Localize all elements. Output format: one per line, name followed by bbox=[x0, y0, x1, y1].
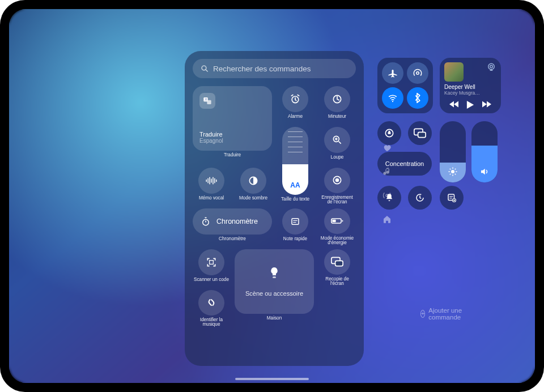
controls-gallery-panel: Rechercher des commandes 文 bbox=[185, 51, 364, 366]
magnifier-button[interactable] bbox=[324, 127, 350, 153]
translate-tile[interactable]: 文 Traduire Espagnol bbox=[193, 86, 272, 151]
rewind-icon[interactable] bbox=[449, 101, 458, 108]
svg-rect-30 bbox=[210, 261, 214, 265]
alarm-button[interactable] bbox=[282, 86, 308, 112]
note-plus-icon bbox=[447, 193, 457, 203]
translate-title: Traduire bbox=[199, 131, 223, 138]
svg-point-35 bbox=[392, 101, 393, 102]
orientation-lock-toggle[interactable] bbox=[377, 121, 401, 145]
voice-memo-button[interactable] bbox=[198, 168, 224, 194]
home-indicator[interactable] bbox=[235, 378, 309, 380]
quick-note-icon bbox=[290, 216, 300, 227]
quick-note-button[interactable] bbox=[282, 208, 308, 235]
brightness-icon bbox=[448, 167, 458, 177]
text-size-slider[interactable]: AA bbox=[282, 127, 308, 195]
screen-mirroring-button[interactable] bbox=[324, 249, 350, 275]
svg-point-41 bbox=[451, 170, 454, 173]
scan-code-button[interactable] bbox=[198, 249, 224, 275]
svg-rect-3 bbox=[207, 100, 211, 104]
airplay-icon[interactable] bbox=[486, 62, 496, 73]
stopwatch-label: Chronomètre bbox=[219, 237, 246, 242]
play-icon[interactable] bbox=[466, 101, 474, 109]
volume-icon bbox=[479, 167, 490, 177]
svg-line-1 bbox=[206, 70, 208, 72]
lightbulb-icon bbox=[269, 266, 280, 280]
home-label: Maison bbox=[267, 316, 282, 321]
voice-memo-icon bbox=[205, 177, 218, 185]
alarm-label: Alarme bbox=[288, 114, 303, 120]
shazam-label: Identifier la musique bbox=[193, 318, 230, 327]
forward-icon[interactable] bbox=[482, 101, 491, 108]
rail-music-icon[interactable] bbox=[382, 167, 392, 177]
airplane-icon bbox=[388, 68, 398, 78]
dark-mode-button[interactable] bbox=[240, 168, 266, 194]
translate-label: Traduire bbox=[224, 153, 241, 158]
screen-mirroring-icon bbox=[414, 128, 426, 138]
connectivity-module[interactable] bbox=[377, 58, 433, 113]
bluetooth-icon bbox=[414, 93, 422, 103]
now-playing-module[interactable]: Deeper Well Kacey Musgra… bbox=[440, 58, 501, 113]
screen-recording-button[interactable] bbox=[324, 168, 350, 193]
brightness-slider[interactable] bbox=[440, 121, 466, 182]
text-size-glyph: AA bbox=[290, 181, 300, 189]
track-title: Deeper Well bbox=[444, 84, 496, 90]
quick-note-label: Note rapide bbox=[283, 237, 307, 242]
home-scene-tile[interactable]: Scène ou accessoire bbox=[235, 249, 314, 314]
svg-line-46 bbox=[450, 169, 451, 170]
ipad-screen: Rechercher des commandes 文 bbox=[9, 9, 535, 383]
svg-rect-31 bbox=[273, 276, 276, 278]
low-power-label: Mode économie d'énergie bbox=[318, 236, 356, 246]
airplane-mode-toggle[interactable] bbox=[382, 62, 403, 84]
translate-icon: 文 bbox=[199, 93, 215, 109]
timer-label: Minuteur bbox=[328, 114, 346, 120]
add-command-label: Ajouter une commande bbox=[428, 307, 464, 321]
voice-memo-label: Mémo vocal bbox=[199, 196, 224, 201]
rail-home-icon[interactable] bbox=[382, 214, 392, 224]
svg-line-47 bbox=[455, 174, 456, 175]
airdrop-toggle[interactable] bbox=[407, 62, 428, 84]
svg-rect-24 bbox=[292, 219, 299, 225]
quick-note-shortcut[interactable] bbox=[440, 186, 464, 210]
magnifier-label: Loupe bbox=[331, 155, 344, 160]
magnifier-icon bbox=[332, 134, 343, 146]
wifi-toggle[interactable] bbox=[382, 87, 403, 109]
stopwatch-tile[interactable]: Chronomètre bbox=[193, 208, 272, 235]
screen-mirroring-toggle[interactable] bbox=[408, 121, 432, 145]
dark-mode-label: Mode sombre bbox=[239, 196, 267, 201]
svg-point-57 bbox=[386, 194, 388, 197]
translate-language: Espagnol bbox=[199, 138, 223, 144]
svg-rect-33 bbox=[335, 261, 343, 266]
home-scene-text: Scène ou accessoire bbox=[245, 290, 303, 297]
timer-button[interactable] bbox=[324, 86, 350, 112]
wifi-icon bbox=[388, 93, 398, 103]
stopwatch-inner-label: Chronomètre bbox=[216, 218, 258, 225]
shazam-button[interactable] bbox=[198, 290, 224, 316]
svg-rect-40 bbox=[418, 132, 426, 137]
timer-shortcut[interactable] bbox=[408, 186, 432, 210]
bluetooth-toggle[interactable] bbox=[407, 87, 428, 109]
svg-point-20 bbox=[335, 178, 339, 182]
search-field[interactable]: Rechercher des commandes bbox=[193, 59, 356, 78]
rail-connectivity-icon[interactable] bbox=[382, 190, 392, 201]
svg-line-49 bbox=[455, 169, 456, 170]
rotation-lock-icon bbox=[384, 127, 395, 139]
record-icon bbox=[332, 174, 343, 186]
qr-icon bbox=[206, 257, 217, 268]
low-power-button[interactable] bbox=[324, 208, 350, 234]
track-artist: Kacey Musgra… bbox=[444, 90, 496, 96]
stopwatch-icon bbox=[201, 216, 211, 227]
page-rail bbox=[381, 143, 393, 224]
add-command-button[interactable]: + Ajouter une commande bbox=[420, 307, 464, 321]
search-placeholder: Rechercher des commandes bbox=[213, 65, 311, 73]
battery-icon bbox=[331, 217, 343, 225]
svg-point-0 bbox=[202, 66, 206, 70]
alarm-icon bbox=[290, 93, 301, 105]
svg-rect-28 bbox=[342, 220, 343, 222]
screen-mirroring-icon bbox=[331, 257, 343, 267]
dark-mode-icon bbox=[248, 175, 259, 186]
rail-favorites-icon[interactable] bbox=[382, 143, 392, 153]
volume-slider[interactable] bbox=[471, 121, 498, 182]
timer-icon bbox=[332, 93, 343, 105]
svg-rect-29 bbox=[332, 220, 335, 223]
album-art bbox=[444, 62, 464, 82]
